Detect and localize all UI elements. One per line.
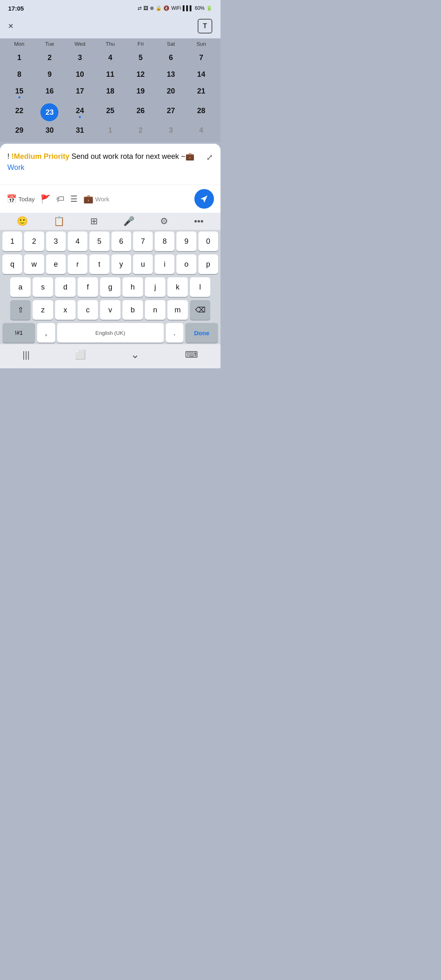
cal-cell-4-5[interactable]: 3 xyxy=(156,123,186,138)
today-button[interactable]: 📅 Today xyxy=(7,194,35,204)
home-nav-button[interactable]: ⬜ xyxy=(75,350,86,360)
back-nav-button[interactable]: ⌄ xyxy=(131,348,140,361)
key-4[interactable]: 4 xyxy=(68,232,87,251)
key-u[interactable]: u xyxy=(133,254,153,274)
clipboard-button[interactable]: 📋 xyxy=(53,216,65,227)
calendar-grid: 1234567891011121314151617181920212223242… xyxy=(4,50,216,138)
cal-cell-4-2[interactable]: 31 xyxy=(65,123,95,138)
cal-cell-0-6[interactable]: 7 xyxy=(186,50,216,65)
key-2[interactable]: 2 xyxy=(24,232,44,251)
priority-label: !Medium Priority xyxy=(11,152,69,160)
cal-cell-2-3[interactable]: 18 xyxy=(95,84,125,102)
key-c[interactable]: c xyxy=(78,300,98,320)
key-p[interactable]: p xyxy=(198,254,218,274)
cal-cell-1-2[interactable]: 10 xyxy=(65,67,95,82)
cal-cell-3-5[interactable]: 27 xyxy=(156,103,186,121)
format-button[interactable]: T xyxy=(198,19,212,33)
grid-button[interactable]: ⊞ xyxy=(90,216,98,227)
key-3[interactable]: 3 xyxy=(46,232,66,251)
cal-cell-2-6[interactable]: 21 xyxy=(186,84,216,102)
key-9[interactable]: 9 xyxy=(176,232,196,251)
key-r[interactable]: r xyxy=(68,254,87,274)
cal-cell-1-5[interactable]: 13 xyxy=(156,67,186,82)
cal-cell-4-3[interactable]: 1 xyxy=(95,123,125,138)
cal-cell-1-6[interactable]: 14 xyxy=(186,67,216,82)
key-x[interactable]: x xyxy=(55,300,76,320)
key-i[interactable]: i xyxy=(155,254,174,274)
cal-cell-3-3[interactable]: 25 xyxy=(95,103,125,121)
priority-button[interactable]: ☰ xyxy=(70,194,78,204)
key-t[interactable]: t xyxy=(89,254,109,274)
key-v[interactable]: v xyxy=(100,300,120,320)
cal-cell-1-0[interactable]: 8 xyxy=(4,67,34,82)
cal-cell-2-5[interactable]: 20 xyxy=(156,84,186,102)
comma-key[interactable]: , xyxy=(37,323,55,343)
cal-cell-2-4[interactable]: 19 xyxy=(125,84,156,102)
key-6[interactable]: 6 xyxy=(111,232,131,251)
key-j[interactable]: j xyxy=(145,277,165,297)
work-button[interactable]: 💼 Work xyxy=(83,194,109,204)
space-key[interactable]: English (UK) xyxy=(57,323,164,343)
cal-cell-0-4[interactable]: 5 xyxy=(125,50,156,65)
task-text[interactable]: ⤢ ! !Medium Priority Send out work rota … xyxy=(7,151,213,173)
cal-cell-4-6[interactable]: 4 xyxy=(186,123,216,138)
cal-cell-0-0[interactable]: 1 xyxy=(4,50,34,65)
key-q[interactable]: q xyxy=(2,254,22,274)
cal-cell-1-3[interactable]: 11 xyxy=(95,67,125,82)
cal-cell-4-1[interactable]: 30 xyxy=(34,123,65,138)
key-m[interactable]: m xyxy=(167,300,188,320)
key-7[interactable]: 7 xyxy=(133,232,153,251)
cal-cell-0-1[interactable]: 2 xyxy=(34,50,65,65)
emoji-button[interactable]: 🙂 xyxy=(17,216,28,227)
key-g[interactable]: g xyxy=(100,277,120,297)
key-d[interactable]: d xyxy=(55,277,76,297)
key-e[interactable]: e xyxy=(46,254,66,274)
cal-cell-3-6[interactable]: 28 xyxy=(186,103,216,121)
flag-button[interactable]: 🚩 xyxy=(40,194,51,204)
cal-cell-2-2[interactable]: 17 xyxy=(65,84,95,102)
send-button[interactable] xyxy=(194,189,214,209)
menu-nav-button[interactable]: ||| xyxy=(22,350,29,360)
period-key[interactable]: . xyxy=(166,323,184,343)
settings-button[interactable]: ⚙ xyxy=(160,216,168,227)
key-1[interactable]: 1 xyxy=(2,232,22,251)
more-button[interactable]: ••• xyxy=(194,216,203,227)
key-a[interactable]: a xyxy=(10,277,31,297)
backspace-button[interactable]: ⌫ xyxy=(190,300,210,320)
key-f[interactable]: f xyxy=(78,277,98,297)
key-b[interactable]: b xyxy=(122,300,143,320)
cal-cell-0-3[interactable]: 4 xyxy=(95,50,125,65)
key-5[interactable]: 5 xyxy=(89,232,109,251)
key-o[interactable]: o xyxy=(176,254,196,274)
key-n[interactable]: n xyxy=(145,300,165,320)
cal-cell-4-0[interactable]: 29 xyxy=(4,123,34,138)
cal-cell-1-4[interactable]: 12 xyxy=(125,67,156,82)
key-k[interactable]: k xyxy=(167,277,188,297)
cal-cell-3-4[interactable]: 26 xyxy=(125,103,156,121)
cal-cell-1-1[interactable]: 9 xyxy=(34,67,65,82)
expand-button[interactable]: ⤢ xyxy=(206,151,213,163)
key-h[interactable]: h xyxy=(122,277,143,297)
key-8[interactable]: 8 xyxy=(155,232,174,251)
cal-cell-0-5[interactable]: 6 xyxy=(156,50,186,65)
tag-button[interactable]: 🏷 xyxy=(56,194,65,204)
key-z[interactable]: z xyxy=(33,300,53,320)
cal-cell-4-4[interactable]: 2 xyxy=(125,123,156,138)
cal-cell-3-2[interactable]: 24 xyxy=(65,103,95,121)
key-y[interactable]: y xyxy=(111,254,131,274)
cal-cell-2-0[interactable]: 15 xyxy=(4,84,34,102)
keyboard-nav-button[interactable]: ⌨ xyxy=(185,350,198,360)
symbols-button[interactable]: !#1 xyxy=(2,323,35,343)
shift-button[interactable]: ⇧ xyxy=(10,300,31,320)
key-0[interactable]: 0 xyxy=(198,232,218,251)
key-w[interactable]: w xyxy=(24,254,44,274)
mic-button[interactable]: 🎤 xyxy=(123,216,134,227)
key-s[interactable]: s xyxy=(33,277,53,297)
cal-cell-2-1[interactable]: 16 xyxy=(34,84,65,102)
key-l[interactable]: l xyxy=(190,277,210,297)
close-button[interactable]: × xyxy=(8,21,13,31)
cal-cell-3-1[interactable]: 23 xyxy=(40,103,58,121)
cal-cell-0-2[interactable]: 3 xyxy=(65,50,95,65)
cal-cell-3-0[interactable]: 22 xyxy=(4,103,34,121)
done-button[interactable]: Done xyxy=(185,323,218,343)
